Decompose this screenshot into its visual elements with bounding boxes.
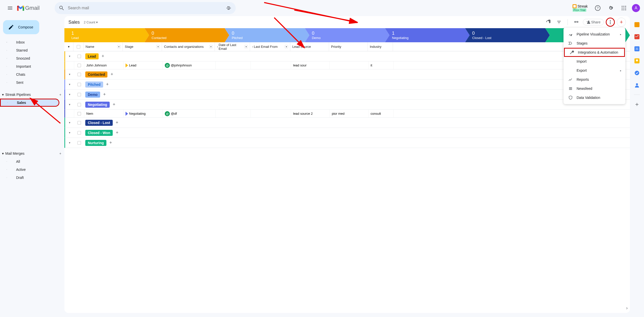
pipeline-count[interactable]: 2 Count ▾ bbox=[84, 20, 98, 24]
add-row-button[interactable]: + bbox=[102, 54, 104, 59]
col-lead-source[interactable]: Lead Source bbox=[290, 42, 329, 51]
add-box-button[interactable]: + bbox=[617, 18, 626, 27]
menu-button[interactable] bbox=[4, 2, 16, 14]
stage-closed---lost[interactable]: 0Closed - Lost bbox=[465, 28, 550, 42]
dropdown-reports[interactable]: Reports bbox=[564, 75, 625, 84]
svg-point-15 bbox=[625, 9, 626, 10]
apps-button[interactable] bbox=[619, 3, 629, 13]
group-contacted[interactable]: ▾Contacted+ bbox=[64, 69, 630, 80]
stage-contacted[interactable]: 0Contacted bbox=[145, 28, 229, 42]
nav-sent[interactable]: Sent bbox=[0, 78, 64, 87]
stage-lead[interactable]: 1Lead bbox=[64, 28, 149, 42]
dropdown-data-validation[interactable]: Data Validation bbox=[564, 93, 625, 102]
add-row-button[interactable]: + bbox=[103, 92, 106, 97]
col-priority[interactable]: Priority bbox=[329, 42, 368, 51]
streak-badge[interactable]: Streak Pro+ Trial bbox=[571, 4, 590, 12]
dropdown-stages[interactable]: Stages bbox=[564, 39, 625, 48]
stage-demo[interactable]: 0Demo bbox=[305, 28, 390, 42]
svg-rect-17 bbox=[7, 42, 7, 42]
gmail-logo[interactable]: Gmail bbox=[17, 5, 39, 11]
col-industry[interactable]: Industry bbox=[368, 42, 393, 51]
dropdown-newsfeed[interactable]: Newsfeed bbox=[564, 84, 625, 93]
search-bar[interactable] bbox=[55, 2, 236, 14]
add-pipeline-button[interactable]: + bbox=[59, 93, 61, 97]
add-row-button[interactable]: + bbox=[110, 72, 113, 77]
group-nurturing[interactable]: ▾Nurturing+ bbox=[64, 138, 630, 148]
scroll-right-button[interactable]: › bbox=[624, 305, 630, 311]
col-stage[interactable]: Stage▾ bbox=[123, 42, 162, 51]
group-negotiating[interactable]: ▾Negotiating+ bbox=[64, 100, 630, 110]
rail-add-button[interactable]: + bbox=[635, 101, 639, 108]
merge-draft[interactable]: Draft bbox=[0, 174, 64, 182]
col-date[interactable]: ↕Date of Last Email▾ bbox=[215, 42, 250, 51]
dropdown-import[interactable]: Import bbox=[564, 57, 625, 66]
add-row-button[interactable]: + bbox=[116, 130, 118, 135]
rail-keep-icon[interactable] bbox=[634, 58, 639, 64]
add-row-button[interactable]: + bbox=[106, 82, 109, 87]
merge-all[interactable]: All bbox=[0, 157, 64, 166]
nav-starred[interactable]: Starred bbox=[0, 46, 64, 54]
nav-snoozed[interactable]: Snoozed bbox=[0, 54, 64, 62]
nav-chats[interactable]: Chats bbox=[0, 70, 64, 78]
refresh-button[interactable] bbox=[543, 18, 552, 27]
pipeline-header: Sales 2 Count ▾ Share + bbox=[64, 16, 630, 28]
streak-icon bbox=[573, 4, 577, 8]
share-button[interactable]: Share bbox=[583, 19, 604, 25]
stage-pitched[interactable]: 0Pitched bbox=[225, 28, 309, 42]
search-options-icon[interactable] bbox=[226, 5, 232, 11]
col-from[interactable]: ↕Last Email From▾ bbox=[250, 42, 290, 51]
gear-icon bbox=[608, 5, 614, 11]
rail-calendar-icon[interactable]: 31 bbox=[634, 46, 639, 52]
nav-important[interactable]: Important bbox=[0, 62, 64, 70]
pipeline-toolbar: Share + bbox=[543, 18, 626, 27]
add-row-button[interactable]: + bbox=[113, 102, 115, 107]
stage-negotiating[interactable]: 1Negotiating bbox=[385, 28, 470, 42]
filter-button[interactable] bbox=[554, 18, 564, 27]
group-pitched[interactable]: ▾Pitched+ bbox=[64, 80, 630, 90]
add-row-button[interactable]: + bbox=[109, 140, 112, 145]
dropdown-pipeline-visualization[interactable]: Pipeline Visualization▸ bbox=[564, 30, 625, 39]
group-closed---lost[interactable]: ▾Closed - Lost+ bbox=[64, 118, 630, 128]
col-expand[interactable]: ▾ bbox=[64, 42, 73, 51]
nav-inbox[interactable]: Inbox bbox=[0, 38, 64, 46]
svg-rect-31 bbox=[634, 22, 639, 27]
list-icon bbox=[7, 159, 7, 164]
streak-pipelines-section[interactable]: ▾ Streak Pipelines + bbox=[0, 91, 64, 99]
link-button[interactable] bbox=[572, 18, 581, 27]
dropdown-integrations-automation[interactable]: Integrations & Automation bbox=[564, 48, 625, 57]
search-input[interactable] bbox=[68, 6, 226, 10]
rail-streak-icon[interactable] bbox=[634, 22, 639, 28]
svg-text:?: ? bbox=[597, 6, 599, 10]
rail-tasks-icon[interactable] bbox=[634, 70, 639, 76]
settings-button[interactable] bbox=[606, 3, 616, 13]
col-name[interactable]: Name▾ bbox=[84, 42, 123, 51]
streak-label: Streak bbox=[578, 4, 588, 8]
col-contacts[interactable]: Contacts and organizations▾ bbox=[162, 42, 215, 51]
group-lead[interactable]: ▾Lead+ bbox=[64, 51, 630, 61]
col-checkbox[interactable] bbox=[73, 42, 84, 51]
group-closed---won[interactable]: ▾Closed - Won+ bbox=[64, 128, 630, 138]
svg-rect-30 bbox=[569, 89, 572, 90]
table-row[interactable]: Nem Negotiating @@df lead source 2 pior … bbox=[64, 110, 630, 118]
group-demo[interactable]: ▾Demo+ bbox=[64, 90, 630, 100]
stages-bar: 1Lead0Contacted0Pitched0Demo1Negotiating… bbox=[64, 28, 630, 42]
chevron-down-icon: ▾ bbox=[2, 151, 4, 155]
account-avatar[interactable]: A bbox=[632, 4, 640, 12]
gmail-logo-text: Gmail bbox=[25, 5, 39, 11]
rail-contacts-icon[interactable] bbox=[634, 83, 639, 89]
add-merge-button[interactable]: + bbox=[59, 151, 61, 155]
compose-button[interactable]: Compose bbox=[3, 20, 39, 34]
dropdown-export[interactable]: Export▸ bbox=[564, 66, 625, 75]
add-row-button[interactable]: + bbox=[116, 120, 118, 125]
chevron-down-icon: ▾ bbox=[2, 93, 4, 97]
svg-point-14 bbox=[623, 9, 624, 10]
svg-point-0 bbox=[227, 6, 228, 7]
merge-active[interactable]: Active bbox=[0, 166, 64, 174]
table-row[interactable]: John Johnson Lead @@johnjohnson lead sou… bbox=[64, 61, 630, 69]
help-button[interactable]: ? bbox=[593, 3, 603, 13]
rail-todoist-icon[interactable] bbox=[634, 34, 639, 40]
more-options-button[interactable] bbox=[606, 18, 615, 27]
main-content: Sales 2 Count ▾ Share + 1Lead0Contacted0… bbox=[64, 16, 630, 313]
sidebar-pipeline-sales[interactable]: Sales bbox=[0, 99, 59, 107]
mail-merges-section[interactable]: ▾ Mail Merges + bbox=[0, 149, 64, 157]
